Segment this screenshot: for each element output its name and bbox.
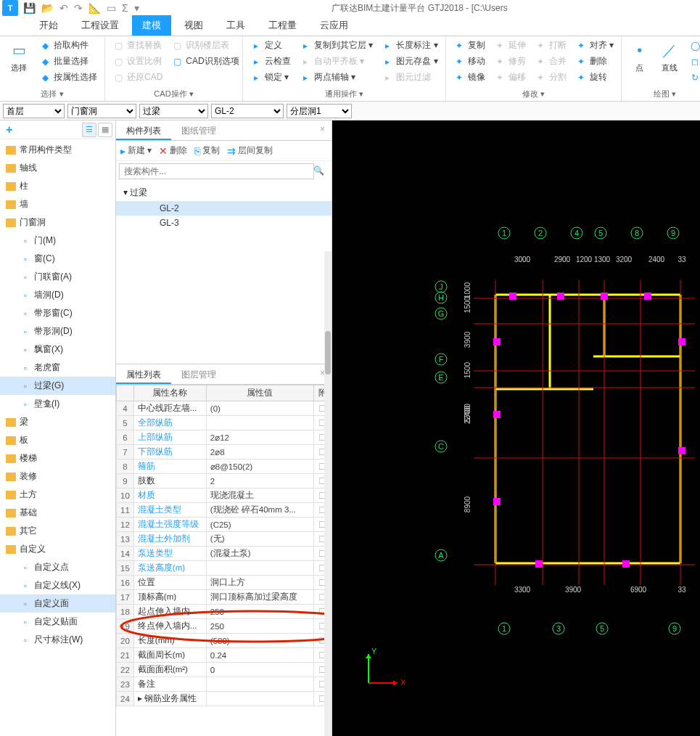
grid-view-icon[interactable]: ▦ — [98, 123, 112, 137]
common-item[interactable]: ▸两点辅轴 ▾ — [297, 70, 376, 85]
search-input[interactable] — [119, 163, 314, 179]
prop-value[interactable]: 0.24 — [206, 648, 313, 663]
ribbon-tab-6[interactable]: 云应用 — [310, 15, 358, 36]
common-item[interactable]: ▸图元过滤 — [379, 70, 440, 85]
tab-drawing-manage[interactable]: 图纸管理 — [171, 120, 226, 140]
prop-value[interactable]: 2 — [206, 474, 313, 488]
nav-item-带形洞(D)[interactable]: ▫带形洞(D) — [0, 322, 115, 340]
nav-item-自定义[interactable]: 自定义 — [0, 540, 115, 558]
qat-region-icon[interactable]: ▭ — [107, 2, 116, 14]
prop-value[interactable]: 0 — [206, 663, 313, 677]
nav-item-门联窗(A)[interactable]: ▫门联窗(A) — [0, 268, 115, 286]
prop-value[interactable]: (混凝土泵) — [206, 547, 313, 561]
nav-item-尺寸标注(W)[interactable]: ▫尺寸标注(W) — [0, 631, 115, 649]
scrollbar-vertical[interactable] — [324, 251, 332, 736]
prop-row-6[interactable]: 6上部纵筋2⌀12☐ — [117, 430, 332, 445]
prop-value[interactable]: 250 — [206, 619, 313, 634]
prop-value[interactable] — [206, 416, 313, 430]
prop-row-12[interactable]: 12混凝土强度等级(C25)☐ — [117, 518, 332, 532]
prop-value[interactable]: ⌀8@150(2) — [206, 459, 313, 474]
qat-ruler-icon[interactable]: 📐 — [88, 2, 101, 14]
qat-undo-icon[interactable]: ↶ — [59, 2, 68, 14]
select-item[interactable]: ◆按属性选择 — [36, 70, 100, 85]
nav-item-板[interactable]: 板 — [0, 431, 115, 449]
modify-item[interactable]: ✦分割 — [532, 70, 569, 85]
prop-row-10[interactable]: 10材质现浇混凝土☐ — [117, 488, 332, 503]
modify-item[interactable]: ✦旋转 — [572, 70, 617, 85]
select-item[interactable]: ◆拾取构件 — [36, 38, 100, 53]
prop-row-24[interactable]: 24▸ 钢筋业务属性☐ — [117, 692, 332, 706]
search-icon[interactable]: 🔍 — [313, 165, 324, 176]
cad-item[interactable]: ▢还原CAD — [110, 70, 165, 85]
new-button[interactable]: ▸新建 ▾ — [120, 144, 152, 157]
prop-value[interactable]: 250 — [206, 605, 313, 619]
qat-redo-icon[interactable]: ↷ — [74, 2, 83, 14]
nav-item-自定义点[interactable]: ▫自定义点 — [0, 558, 115, 576]
group-label-draw[interactable]: 绘图 ▾ — [626, 87, 700, 101]
prop-row-16[interactable]: 16位置洞口上方☐ — [117, 576, 332, 590]
qat-open-icon[interactable]: 📂 — [41, 2, 54, 14]
ribbon-tab-5[interactable]: 工程量 — [258, 15, 307, 36]
component-select[interactable]: GL-2 — [211, 104, 284, 118]
nav-item-楼梯[interactable]: 楼梯 — [0, 449, 115, 467]
prop-row-7[interactable]: 7下部纵筋2⌀8☐ — [117, 445, 332, 459]
prop-value[interactable]: 2⌀8 — [206, 445, 313, 459]
nav-item-老虎窗[interactable]: ▫老虎窗 — [0, 359, 115, 377]
prop-value[interactable]: (C25) — [206, 518, 313, 532]
prop-value[interactable] — [206, 692, 313, 706]
nav-item-装修[interactable]: 装修 — [0, 467, 115, 486]
nav-item-土方[interactable]: 土方 — [0, 486, 115, 504]
ribbon-tab-4[interactable]: 工具 — [216, 15, 255, 36]
modify-item[interactable]: ✦镜像 — [450, 70, 488, 85]
draw-extra[interactable]: ◻ — [686, 54, 700, 69]
nav-item-自定义线(X)[interactable]: ▫自定义线(X) — [0, 576, 115, 594]
nav-item-窗(C)[interactable]: ▫窗(C) — [0, 250, 115, 268]
prop-row-17[interactable]: 17顶标高(m)洞口顶标高加过梁高度☐ — [117, 590, 332, 605]
modify-item[interactable]: ✦复制 — [450, 38, 488, 53]
comp-item[interactable]: GL-2 — [116, 201, 332, 216]
common-item[interactable]: ▸定义 — [247, 38, 294, 53]
modify-item[interactable]: ✦删除 — [572, 54, 617, 69]
nav-item-带形窗(C)[interactable]: ▫带形窗(C) — [0, 304, 115, 322]
comp-item[interactable]: GL-3 — [116, 216, 332, 230]
prop-value[interactable]: (无) — [206, 532, 313, 547]
floor-select[interactable]: 首层 — [3, 104, 65, 118]
tab-layer-manage[interactable]: 图层管理 — [171, 364, 226, 384]
prop-row-8[interactable]: 8箍筋⌀8@150(2)☐ — [117, 459, 332, 474]
qat-dropdown-icon[interactable]: ▾ — [134, 2, 139, 14]
nav-item-过梁(G)[interactable]: ▫过梁(G) — [0, 377, 115, 395]
layer-select[interactable]: 分层洞1 — [287, 104, 352, 118]
cad-item[interactable]: ▢设置比例 — [110, 54, 165, 69]
nav-item-梁[interactable]: 梁 — [0, 413, 115, 431]
nav-item-门(M)[interactable]: ▫门(M) — [0, 232, 115, 250]
draw-line-button[interactable]: ／直线 — [656, 38, 684, 75]
ribbon-tab-2[interactable]: 建模 — [132, 15, 171, 36]
modify-item[interactable]: ✦打断 — [532, 38, 569, 53]
qat-sum-icon[interactable]: Σ — [122, 2, 128, 14]
copy-button[interactable]: ⎘复制 — [194, 144, 220, 157]
prop-row-9[interactable]: 9肢数2☐ — [117, 474, 332, 488]
draw-extra[interactable]: ◯ — [686, 38, 700, 53]
prop-row-23[interactable]: 23备注☐ — [117, 677, 332, 692]
common-item[interactable]: ▸自动平齐板 ▾ — [297, 54, 376, 69]
prop-value[interactable]: (0) — [206, 401, 313, 416]
modify-item[interactable]: ✦修剪 — [491, 54, 529, 69]
modify-item[interactable]: ✦对齐 ▾ — [572, 38, 617, 53]
group-label-cad[interactable]: CAD操作 ▾ — [110, 87, 238, 101]
common-item[interactable]: ▸图元存盘 ▾ — [379, 54, 440, 69]
comp-root[interactable]: ▾ 过梁 — [116, 184, 332, 201]
nav-item-墙洞(D)[interactable]: ▫墙洞(D) — [0, 286, 115, 304]
prop-row-13[interactable]: 13混凝土外加剂(无)☐ — [117, 532, 332, 547]
prop-value[interactable]: (500) — [206, 634, 313, 648]
nav-item-壁龛(I)[interactable]: ▫壁龛(I) — [0, 395, 115, 413]
cad-item[interactable]: ▢CAD识别选项 — [168, 54, 242, 69]
prop-row-21[interactable]: 21截面周长(m)0.24☐ — [117, 648, 332, 663]
tab-property-list[interactable]: 属性列表 — [116, 364, 171, 384]
nav-item-自定义贴面[interactable]: ▫自定义贴面 — [0, 613, 115, 631]
prop-row-18[interactable]: 18起点伸入墙内...250☐ — [117, 605, 332, 619]
nav-item-基础[interactable]: 基础 — [0, 504, 115, 522]
modify-item[interactable]: ✦合并 — [532, 54, 569, 69]
type-select[interactable]: 过梁 — [139, 104, 208, 118]
group-label-common[interactable]: 通用操作 ▾ — [247, 87, 441, 101]
common-item[interactable]: ▸云检查 — [247, 54, 294, 69]
